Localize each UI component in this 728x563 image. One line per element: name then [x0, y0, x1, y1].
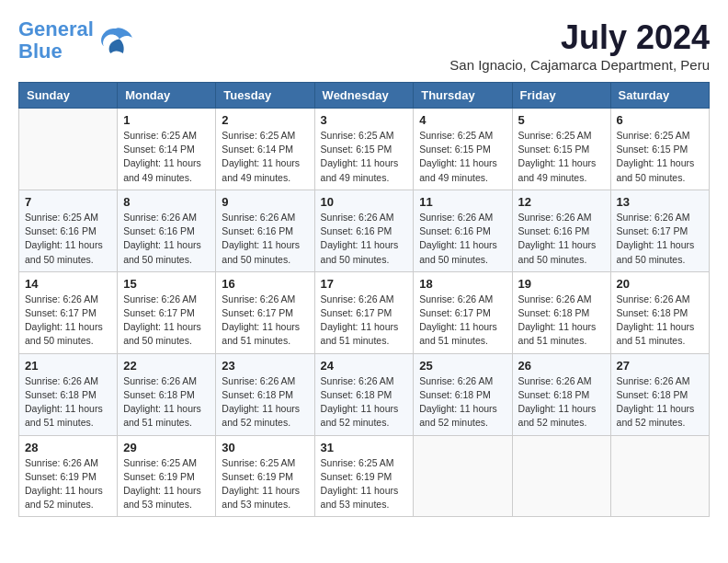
- day-info: Sunrise: 6:26 AM Sunset: 6:19 PM Dayligh…: [25, 456, 111, 512]
- day-info: Sunrise: 6:25 AM Sunset: 6:15 PM Dayligh…: [518, 129, 605, 185]
- header-sunday: Sunday: [19, 83, 118, 109]
- day-info: Sunrise: 6:26 AM Sunset: 6:18 PM Dayligh…: [123, 374, 210, 431]
- day-number: 10: [321, 195, 408, 209]
- day-info: Sunrise: 6:26 AM Sunset: 6:18 PM Dayligh…: [518, 374, 605, 431]
- day-info: Sunrise: 6:26 AM Sunset: 6:17 PM Dayligh…: [617, 211, 703, 267]
- header-row: SundayMondayTuesdayWednesdayThursdayFrid…: [19, 83, 710, 109]
- day-info: Sunrise: 6:25 AM Sunset: 6:16 PM Dayligh…: [25, 211, 111, 267]
- calendar-cell: 2Sunrise: 6:25 AM Sunset: 6:14 PM Daylig…: [216, 109, 314, 190]
- location-subtitle: San Ignacio, Cajamarca Department, Peru: [449, 57, 710, 73]
- day-number: 1: [123, 113, 210, 127]
- day-info: Sunrise: 6:25 AM Sunset: 6:19 PM Dayligh…: [321, 456, 408, 512]
- day-number: 22: [123, 359, 210, 373]
- header-thursday: Thursday: [414, 83, 512, 109]
- day-number: 12: [518, 195, 605, 209]
- calendar-cell: 26Sunrise: 6:26 AM Sunset: 6:18 PM Dayli…: [512, 353, 610, 435]
- day-number: 26: [518, 359, 605, 373]
- day-number: 13: [617, 195, 703, 209]
- day-info: Sunrise: 6:26 AM Sunset: 6:18 PM Dayligh…: [617, 374, 703, 431]
- day-number: 20: [617, 277, 703, 291]
- day-info: Sunrise: 6:26 AM Sunset: 6:18 PM Dayligh…: [518, 293, 605, 349]
- logo: GeneralBlue: [18, 18, 134, 63]
- day-info: Sunrise: 6:26 AM Sunset: 6:16 PM Dayligh…: [419, 211, 506, 267]
- calendar-cell: [414, 435, 512, 517]
- day-number: 31: [321, 441, 408, 454]
- day-info: Sunrise: 6:26 AM Sunset: 6:16 PM Dayligh…: [321, 211, 408, 267]
- logo-text: GeneralBlue: [18, 18, 94, 63]
- calendar-cell: 3Sunrise: 6:25 AM Sunset: 6:15 PM Daylig…: [314, 109, 414, 190]
- calendar-cell: 8Sunrise: 6:26 AM Sunset: 6:16 PM Daylig…: [118, 190, 216, 271]
- calendar-cell: 4Sunrise: 6:25 AM Sunset: 6:15 PM Daylig…: [414, 109, 512, 190]
- week-row-3: 14Sunrise: 6:26 AM Sunset: 6:17 PM Dayli…: [19, 271, 710, 353]
- day-number: 19: [518, 277, 605, 291]
- calendar-cell: 12Sunrise: 6:26 AM Sunset: 6:16 PM Dayli…: [512, 190, 610, 271]
- calendar-cell: 24Sunrise: 6:26 AM Sunset: 6:18 PM Dayli…: [314, 353, 414, 435]
- day-number: 5: [518, 113, 605, 127]
- calendar-cell: 10Sunrise: 6:26 AM Sunset: 6:16 PM Dayli…: [314, 190, 414, 271]
- day-info: Sunrise: 6:26 AM Sunset: 6:18 PM Dayligh…: [222, 374, 308, 431]
- day-number: 30: [222, 441, 308, 454]
- calendar-cell: 20Sunrise: 6:26 AM Sunset: 6:18 PM Dayli…: [610, 271, 709, 353]
- header-tuesday: Tuesday: [216, 83, 314, 109]
- day-number: 7: [25, 195, 111, 209]
- day-info: Sunrise: 6:26 AM Sunset: 6:18 PM Dayligh…: [617, 293, 703, 349]
- calendar-cell: 19Sunrise: 6:26 AM Sunset: 6:18 PM Dayli…: [512, 271, 610, 353]
- day-info: Sunrise: 6:26 AM Sunset: 6:18 PM Dayligh…: [321, 374, 408, 431]
- header-saturday: Saturday: [610, 83, 709, 109]
- day-info: Sunrise: 6:25 AM Sunset: 6:14 PM Dayligh…: [222, 129, 308, 185]
- day-info: Sunrise: 6:25 AM Sunset: 6:19 PM Dayligh…: [123, 456, 210, 512]
- day-number: 2: [222, 113, 308, 127]
- day-number: 3: [321, 113, 408, 127]
- title-area: July 2024 San Ignacio, Cajamarca Departm…: [449, 18, 710, 73]
- day-number: 11: [419, 195, 506, 209]
- day-info: Sunrise: 6:26 AM Sunset: 6:16 PM Dayligh…: [222, 211, 308, 267]
- calendar-cell: 28Sunrise: 6:26 AM Sunset: 6:19 PM Dayli…: [19, 435, 118, 517]
- day-info: Sunrise: 6:26 AM Sunset: 6:18 PM Dayligh…: [25, 374, 111, 431]
- day-info: Sunrise: 6:26 AM Sunset: 6:17 PM Dayligh…: [25, 293, 111, 349]
- calendar-cell: 27Sunrise: 6:26 AM Sunset: 6:18 PM Dayli…: [610, 353, 709, 435]
- day-number: 21: [25, 359, 111, 373]
- day-info: Sunrise: 6:26 AM Sunset: 6:17 PM Dayligh…: [321, 293, 408, 349]
- month-title: July 2024: [449, 18, 710, 57]
- calendar-body: 1Sunrise: 6:25 AM Sunset: 6:14 PM Daylig…: [19, 109, 710, 517]
- day-number: 16: [222, 277, 308, 291]
- header-wednesday: Wednesday: [314, 83, 414, 109]
- calendar-cell: 5Sunrise: 6:25 AM Sunset: 6:15 PM Daylig…: [512, 109, 610, 190]
- calendar-cell: 15Sunrise: 6:26 AM Sunset: 6:17 PM Dayli…: [118, 271, 216, 353]
- calendar-cell: 18Sunrise: 6:26 AM Sunset: 6:17 PM Dayli…: [414, 271, 512, 353]
- day-info: Sunrise: 6:26 AM Sunset: 6:17 PM Dayligh…: [419, 293, 506, 349]
- calendar-cell: [610, 435, 709, 517]
- day-number: 18: [419, 277, 506, 291]
- day-info: Sunrise: 6:25 AM Sunset: 6:19 PM Dayligh…: [222, 456, 308, 512]
- calendar-cell: 16Sunrise: 6:26 AM Sunset: 6:17 PM Dayli…: [216, 271, 314, 353]
- calendar-cell: 9Sunrise: 6:26 AM Sunset: 6:16 PM Daylig…: [216, 190, 314, 271]
- day-number: 9: [222, 195, 308, 209]
- day-number: 6: [617, 113, 703, 127]
- header-friday: Friday: [512, 83, 610, 109]
- day-number: 17: [321, 277, 408, 291]
- calendar-cell: [19, 109, 118, 190]
- calendar-cell: 13Sunrise: 6:26 AM Sunset: 6:17 PM Dayli…: [610, 190, 709, 271]
- week-row-1: 1Sunrise: 6:25 AM Sunset: 6:14 PM Daylig…: [19, 109, 710, 190]
- calendar-cell: 17Sunrise: 6:26 AM Sunset: 6:17 PM Dayli…: [314, 271, 414, 353]
- day-info: Sunrise: 6:26 AM Sunset: 6:16 PM Dayligh…: [123, 211, 210, 267]
- calendar-cell: 23Sunrise: 6:26 AM Sunset: 6:18 PM Dayli…: [216, 353, 314, 435]
- calendar-cell: 22Sunrise: 6:26 AM Sunset: 6:18 PM Dayli…: [118, 353, 216, 435]
- calendar-cell: 25Sunrise: 6:26 AM Sunset: 6:18 PM Dayli…: [414, 353, 512, 435]
- day-number: 4: [419, 113, 506, 127]
- page-header: GeneralBlue July 2024 San Ignacio, Cajam…: [18, 18, 710, 73]
- day-number: 8: [123, 195, 210, 209]
- day-info: Sunrise: 6:25 AM Sunset: 6:15 PM Dayligh…: [617, 129, 703, 185]
- calendar-cell: 21Sunrise: 6:26 AM Sunset: 6:18 PM Dayli…: [19, 353, 118, 435]
- day-info: Sunrise: 6:25 AM Sunset: 6:14 PM Dayligh…: [123, 129, 210, 185]
- calendar-cell: 14Sunrise: 6:26 AM Sunset: 6:17 PM Dayli…: [19, 271, 118, 353]
- logo-bird-icon: [97, 25, 134, 57]
- calendar-cell: 11Sunrise: 6:26 AM Sunset: 6:16 PM Dayli…: [414, 190, 512, 271]
- day-number: 15: [123, 277, 210, 291]
- day-info: Sunrise: 6:26 AM Sunset: 6:16 PM Dayligh…: [518, 211, 605, 267]
- day-number: 27: [617, 359, 703, 373]
- calendar-cell: 29Sunrise: 6:25 AM Sunset: 6:19 PM Dayli…: [118, 435, 216, 517]
- day-number: 14: [25, 277, 111, 291]
- day-info: Sunrise: 6:25 AM Sunset: 6:15 PM Dayligh…: [321, 129, 408, 185]
- day-info: Sunrise: 6:25 AM Sunset: 6:15 PM Dayligh…: [419, 129, 506, 185]
